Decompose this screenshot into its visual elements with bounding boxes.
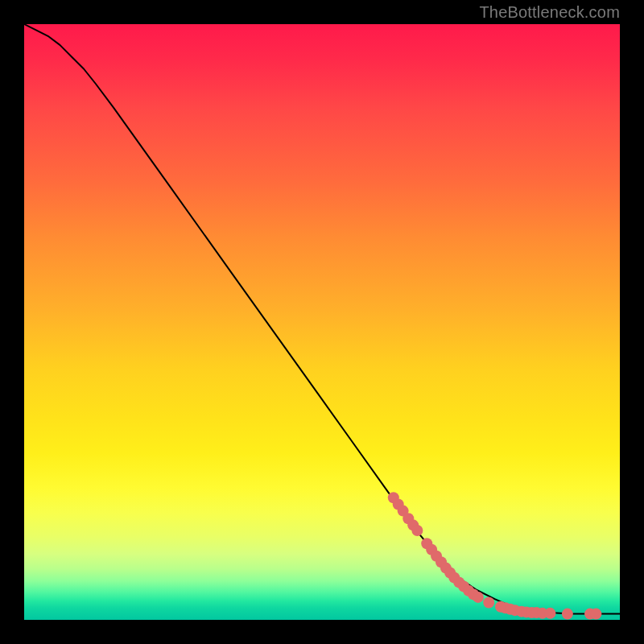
plot-area	[24, 24, 620, 620]
watermark-text: TheBottleneck.com	[479, 3, 620, 22]
background-gradient	[24, 24, 620, 620]
chart-stage: TheBottleneck.com	[0, 0, 644, 644]
